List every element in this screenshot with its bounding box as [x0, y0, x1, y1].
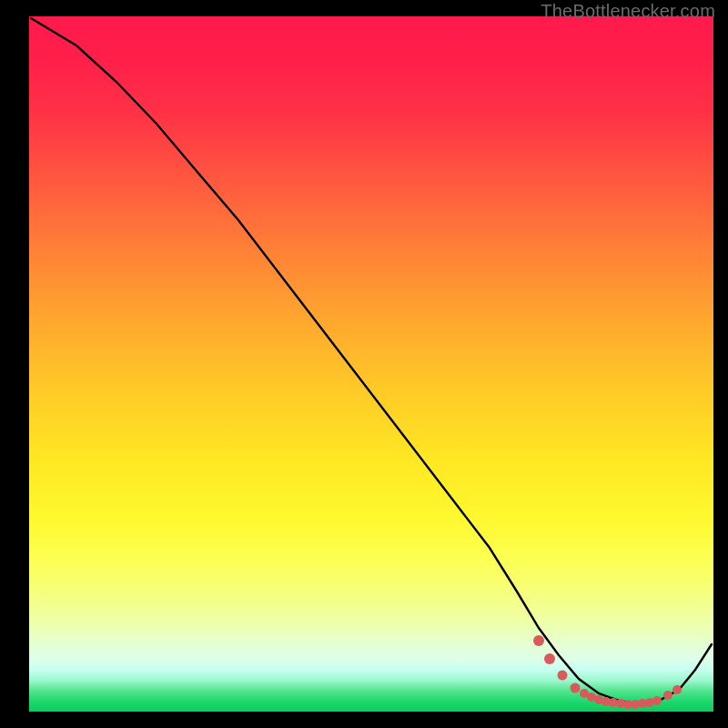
svg-point-14 [652, 696, 662, 705]
svg-point-0 [533, 635, 544, 646]
attribution-label: TheBottlenecker.com [541, 1, 715, 22]
svg-point-15 [663, 691, 672, 700]
svg-point-3 [571, 683, 581, 693]
chart-plot-area [29, 16, 713, 712]
svg-point-1 [544, 653, 555, 664]
bottleneck-curve [31, 18, 712, 704]
svg-point-16 [672, 685, 682, 694]
chart-svg [29, 16, 713, 712]
optimal-region-markers [533, 635, 682, 709]
svg-point-2 [558, 671, 568, 681]
